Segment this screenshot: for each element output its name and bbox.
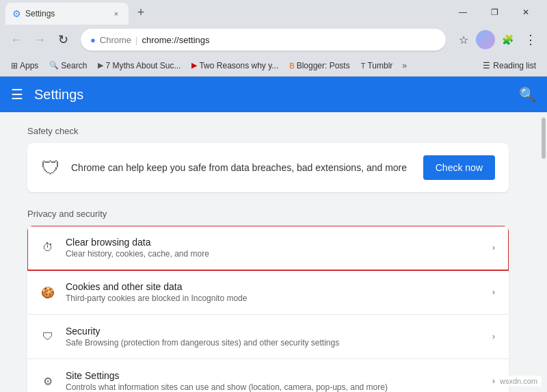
bookmark-myths-label: 7 Myths About Suc... — [105, 61, 181, 70]
security-subtitle: Safe Browsing (protection from dangerous… — [66, 338, 481, 348]
settings-page-title: Settings — [34, 87, 508, 103]
security-icon: 🛡 — [41, 330, 55, 343]
bookmark-blogger-label: Blogger: Posts — [297, 61, 350, 70]
cookies-subtitle: Third-party cookies are blocked in Incog… — [66, 293, 481, 303]
bookmarks-more-button[interactable]: » — [398, 60, 411, 72]
profile-icon[interactable] — [476, 30, 495, 49]
bookmark-search[interactable]: 🔍 Search — [44, 57, 92, 74]
reasons-favicon: ▶ — [191, 61, 197, 70]
browser-chrome: ⚙ Settings × + — ❐ ✕ ← → ↻ ● Chrome | — [0, 0, 547, 77]
bookmark-button[interactable]: ☆ — [453, 29, 475, 51]
bookmark-apps[interactable]: ⊞ Apps — [5, 57, 44, 74]
tab-title: Settings — [25, 9, 107, 18]
nav-bar: ← → ↻ ● Chrome | chrome://settings ☆ 🧩 ⋮ — [0, 25, 547, 55]
watermark: wsxdn.com — [496, 376, 542, 387]
blogger-favicon: B — [289, 62, 294, 70]
bookmark-tumblr-label: Tumblr — [367, 61, 392, 70]
clear-browsing-data-item[interactable]: ⏱ Clear browsing data Clear history, coo… — [27, 226, 509, 270]
settings-header: ☰ Settings 🔍 — [0, 77, 547, 112]
myths-favicon: ▶ — [98, 61, 103, 70]
safety-check-card: 🛡 Chrome can help keep you safe from dat… — [27, 143, 509, 192]
safety-shield-icon: 🛡 — [41, 157, 60, 179]
new-tab-button[interactable]: + — [131, 3, 150, 22]
site-settings-item[interactable]: ⚙ Site Settings Controls what informatio… — [27, 359, 509, 392]
site-settings-arrow: › — [492, 376, 495, 386]
tab-strip: ⚙ Settings × + — [5, 0, 447, 25]
content-area: Safety check 🛡 Chrome can help keep you … — [0, 112, 536, 392]
security-title: Security — [66, 326, 481, 337]
bookmarks-bar: ⊞ Apps 🔍 Search ▶ 7 Myths About Suc... ▶… — [0, 55, 547, 77]
clear-browsing-text: Clear browsing data Clear history, cooki… — [66, 237, 481, 259]
window-controls: — ❐ ✕ — [447, 1, 542, 23]
safety-check-title: Safety check — [27, 126, 509, 136]
privacy-security-title: Privacy and security — [27, 209, 509, 219]
tab-close-button[interactable]: × — [111, 8, 122, 19]
omnibox-source: Chrome — [100, 35, 131, 45]
close-button[interactable]: ✕ — [510, 1, 542, 23]
omnibox-url: chrome://settings — [142, 35, 437, 45]
bookmark-blogger[interactable]: B Blogger: Posts — [284, 57, 355, 74]
forward-button[interactable]: → — [29, 29, 51, 51]
minimize-button[interactable]: — — [447, 1, 479, 23]
security-item[interactable]: 🛡 Security Safe Browsing (protection fro… — [27, 315, 509, 359]
apps-icon: ⊞ — [11, 61, 18, 70]
active-tab[interactable]: ⚙ Settings × — [5, 3, 129, 25]
security-arrow: › — [492, 332, 495, 341]
clear-browsing-arrow: › — [492, 243, 495, 252]
safety-check-section: Safety check 🛡 Chrome can help keep you … — [27, 126, 509, 192]
site-settings-text: Site Settings Controls what information … — [66, 370, 481, 392]
reload-button[interactable]: ↻ — [52, 29, 74, 51]
reading-list-icon: ☰ — [483, 61, 490, 70]
bookmark-tumblr[interactable]: T Tumblr — [356, 57, 399, 74]
cookies-item[interactable]: 🍪 Cookies and other site data Third-part… — [27, 270, 509, 315]
clear-browsing-icon: ⏱ — [41, 241, 55, 254]
omnibox-pipe: | — [135, 35, 137, 45]
extensions-button[interactable]: 🧩 — [496, 29, 518, 51]
bookmark-reasons[interactable]: ▶ Two Reasons why y... — [186, 57, 284, 74]
scrollbar-thumb[interactable] — [542, 118, 546, 159]
site-settings-subtitle: Controls what information sites can use … — [66, 382, 481, 392]
search-favicon: 🔍 — [49, 61, 59, 70]
privacy-security-card: ⏱ Clear browsing data Clear history, coo… — [27, 226, 509, 392]
scrollbar[interactable] — [536, 112, 547, 392]
bookmark-reasons-label: Two Reasons why y... — [199, 61, 278, 70]
privacy-security-section: Privacy and security ⏱ Clear browsing da… — [27, 209, 509, 392]
cookies-icon: 🍪 — [41, 285, 55, 299]
page-content: ☰ Settings 🔍 Safety check 🛡 Chrome can h… — [0, 77, 547, 392]
tab-favicon: ⚙ — [12, 8, 21, 19]
browser-window: ⚙ Settings × + — ❐ ✕ ← → ↻ ● Chrome | — [0, 0, 547, 392]
site-settings-icon: ⚙ — [41, 374, 55, 388]
clear-browsing-subtitle: Clear history, cookies, cache, and more — [66, 249, 481, 259]
back-button[interactable]: ← — [5, 29, 27, 51]
safety-check-description: Chrome can help keep you safe from data … — [71, 162, 412, 173]
omnibox[interactable]: ● Chrome | chrome://settings — [81, 29, 446, 51]
site-settings-title: Site Settings — [66, 370, 481, 381]
settings-search-icon[interactable]: 🔍 — [519, 86, 536, 103]
bookmark-apps-label: Apps — [20, 61, 38, 70]
restore-button[interactable]: ❐ — [479, 1, 510, 23]
clear-browsing-title: Clear browsing data — [66, 237, 481, 248]
bookmark-myths[interactable]: ▶ 7 Myths About Suc... — [92, 57, 186, 74]
bookmark-search-label: Search — [61, 61, 87, 70]
tumblr-favicon: T — [361, 62, 366, 70]
reading-list-label: Reading list — [493, 61, 536, 70]
cookies-text: Cookies and other site data Third-party … — [66, 281, 481, 303]
reading-list-button[interactable]: ☰ Reading list — [477, 57, 542, 74]
chrome-menu-button[interactable]: ⋮ — [520, 29, 542, 51]
check-now-button[interactable]: Check now — [423, 155, 495, 180]
cookies-arrow: › — [492, 287, 495, 297]
title-bar: ⚙ Settings × + — ❐ ✕ — [0, 0, 547, 25]
cookies-title: Cookies and other site data — [66, 281, 481, 292]
hamburger-menu-icon[interactable]: ☰ — [11, 86, 23, 103]
omnibox-security-icon: ● — [90, 35, 96, 45]
security-text: Security Safe Browsing (protection from … — [66, 326, 481, 348]
page-body: Safety check 🛡 Chrome can help keep you … — [0, 112, 547, 392]
